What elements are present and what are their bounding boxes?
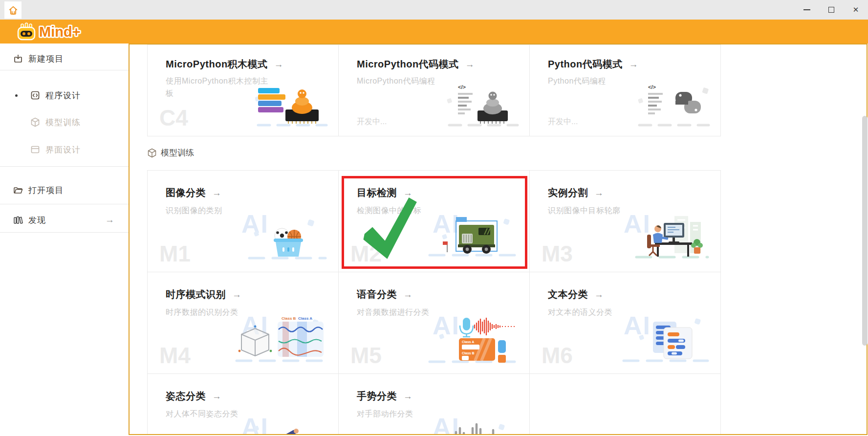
code-glyph: </> <box>648 84 656 90</box>
logo-wordmark: Mind+ <box>38 22 97 41</box>
card-watermark: M5 <box>350 342 382 369</box>
card-empty <box>530 374 720 435</box>
python-code-illustration: </> <box>637 82 711 129</box>
pose-classification-illustration: AI <box>235 416 327 435</box>
class-a-label: Class A <box>298 316 312 321</box>
code-icon <box>30 90 40 100</box>
card-text-classification[interactable]: 文本分类 → 对文本的语义分类 M6 AI <box>530 272 720 373</box>
card-micropython-blocks[interactable]: MicroPython积木模式 → 使用MicroPython积木控制主板 C4 <box>148 45 338 136</box>
image-classification-illustration: AI <box>235 213 327 262</box>
sidebar-item-program-design[interactable]: 程序设计 <box>0 86 129 105</box>
minimize-icon <box>803 9 810 10</box>
robot-icon <box>17 22 36 41</box>
active-bullet-icon <box>15 94 18 97</box>
sidebar-item-open-project[interactable]: 打开项目 <box>0 180 129 200</box>
sidebar-item-label: 程序设计 <box>45 90 81 101</box>
close-icon: ✕ <box>853 5 859 14</box>
card-title: MicroPython积木模式 <box>166 58 268 71</box>
gesture-classification-illustration: AI <box>426 416 519 435</box>
code-glyph: </> <box>458 84 466 90</box>
audio-classification-illustration: AI Class A Class B <box>426 315 519 364</box>
card-watermark: M4 <box>159 342 191 369</box>
arrow-right-icon: → <box>403 289 412 300</box>
card-title: 语音分类 <box>357 288 397 301</box>
sidebar-divider <box>0 166 129 167</box>
card-title: 文本分类 <box>548 288 588 301</box>
new-project-icon <box>13 54 23 64</box>
window-controls: ✕ <box>795 0 868 20</box>
card-status: 开发中... <box>548 117 578 127</box>
micropython-blocks-illustration <box>255 82 328 129</box>
sidebar-item-label: 模型训练 <box>45 117 81 128</box>
card-micropython-code[interactable]: MicroPython代码模式 → MicroPython代码编程 开发中...… <box>339 45 529 136</box>
sidebar-item-label: 新建项目 <box>28 53 64 65</box>
instance-segmentation-illustration: AI <box>617 213 710 262</box>
home-button[interactable] <box>4 1 22 19</box>
sidebar-item-new-project[interactable]: 新建项目 <box>0 49 129 68</box>
sidebar-divider <box>0 232 129 233</box>
sidebar-item-label: 界面设计 <box>45 144 81 155</box>
arrow-right-icon: → <box>465 59 475 70</box>
books-icon <box>13 215 23 225</box>
card-status: 开发中... <box>357 117 387 127</box>
card-python-code[interactable]: Python代码模式 → Python代码编程 开发中... </> <box>530 45 720 136</box>
sidebar-divider <box>0 204 129 204</box>
arrow-right-icon: → <box>629 59 638 70</box>
vertical-scrollbar-thumb[interactable] <box>862 116 868 346</box>
cube-icon <box>30 117 40 127</box>
micropython-code-illustration: </> <box>446 82 520 129</box>
card-gesture-classification[interactable]: 手势分类 → 对手部动作分类 AI <box>339 374 529 435</box>
arrow-right-icon: → <box>403 391 412 402</box>
close-button[interactable]: ✕ <box>844 0 868 20</box>
maximize-icon <box>828 7 834 13</box>
sidebar-item-label: 发现 <box>28 215 46 226</box>
mindplus-logo: Mind+ <box>17 22 97 41</box>
sidebar-item-discover[interactable]: 发现 → <box>0 210 129 230</box>
card-title: 图像分类 <box>166 186 206 199</box>
title-bar: ✕ <box>0 0 868 20</box>
section-title: 模型训练 <box>161 147 194 158</box>
card-title: 时序模式识别 <box>166 288 226 301</box>
class-a-label: Class A <box>462 340 474 344</box>
class-b-label: Class B <box>282 316 296 321</box>
arrow-right-icon: → <box>274 59 283 70</box>
arrow-right-icon: → <box>105 215 115 225</box>
cube-icon <box>147 148 157 158</box>
arrow-right-icon: → <box>594 289 604 300</box>
card-watermark: M1 <box>159 240 191 267</box>
arrow-right-icon: → <box>212 188 221 198</box>
mindplus-window: ✕ Mind+ 新建项目 <box>0 0 868 436</box>
folder-icon <box>13 185 23 195</box>
logo-text: Mind+ <box>39 24 81 40</box>
card-title: MicroPython代码模式 <box>357 58 459 71</box>
text-classification-illustration: AI <box>617 315 710 364</box>
card-audio-classification[interactable]: 语音分类 → 对音频数据进行分类 M5 AI <box>339 272 529 373</box>
arrow-right-icon: → <box>212 391 221 402</box>
card-instance-segmentation[interactable]: 实例分割 → 识别图像中目标轮廓 M3 AI <box>530 171 720 272</box>
card-timeseries-pattern[interactable]: 时序模式识别 → 时序数据的识别分类 M4 AI Class B <box>148 272 338 373</box>
card-watermark: C4 <box>159 105 188 131</box>
card-watermark: M3 <box>542 240 573 267</box>
card-title: 手势分类 <box>357 390 397 403</box>
sidebar-item-label: 打开项目 <box>28 185 64 196</box>
card-pose-classification[interactable]: 姿态分类 → 对人体不同姿态分类 AI <box>148 374 338 435</box>
sidebar-item-model-training[interactable]: 模型训练 <box>0 112 129 132</box>
arrow-right-icon: → <box>594 188 604 198</box>
window-layout-icon <box>30 145 40 154</box>
card-title: 姿态分类 <box>166 390 206 403</box>
card-watermark: M6 <box>542 342 573 369</box>
arrow-right-icon: → <box>232 289 241 300</box>
card-title: 实例分割 <box>548 186 588 199</box>
timeseries-illustration: AI Class B Class A <box>235 315 327 364</box>
class-b-label: Class B <box>462 351 475 355</box>
app-header: Mind+ <box>0 20 868 44</box>
card-title: Python代码模式 <box>548 58 623 71</box>
card-image-classification[interactable]: 图像分类 → 识别图像的类别 M1 AI <box>148 171 338 272</box>
programming-modes-grid: MicroPython积木模式 → 使用MicroPython积木控制主板 C4 <box>147 44 721 136</box>
sidebar: 新建项目 程序设计 模型训练 界面设计 打 <box>0 44 129 436</box>
minimize-button[interactable] <box>795 0 819 20</box>
model-training-section-header: 模型训练 <box>147 147 194 158</box>
maximize-button[interactable] <box>819 0 844 20</box>
sidebar-item-ui-design[interactable]: 界面设计 <box>0 140 129 159</box>
green-checkmark-icon <box>361 197 418 260</box>
